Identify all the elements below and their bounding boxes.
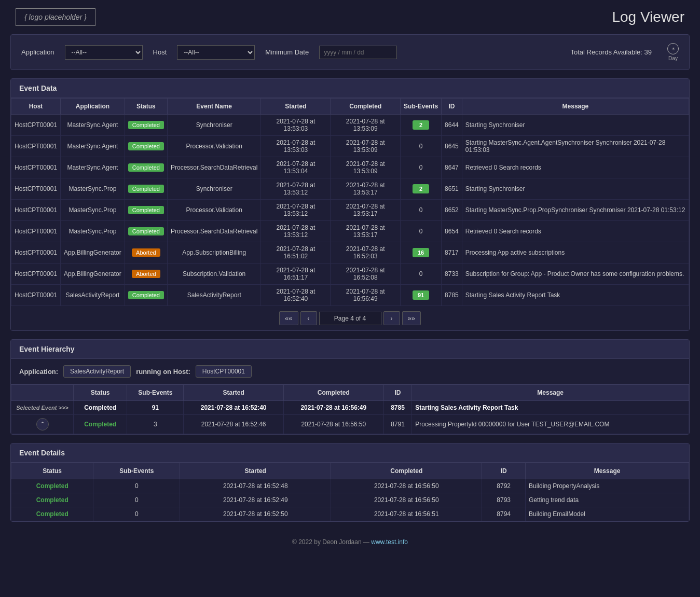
cell-started: 2021-07-28 at 13:53:12 [261, 221, 331, 242]
det-col-message: Message [526, 463, 689, 479]
cell-completed: 2021-07-28 at 13:53:17 [331, 178, 401, 200]
cell-started: 2021-07-28 at 16:51:02 [261, 242, 331, 263]
det-cell-sub-events: 0 [93, 507, 180, 521]
header: { logo placeholder } Log Viewer [0, 0, 700, 34]
cell-started: 2021-07-28 at 13:53:04 [261, 157, 331, 178]
det-cell-completed: 2021-07-28 at 16:56:50 [331, 479, 482, 493]
col-message: Message [462, 99, 689, 115]
cell-status: Completed [125, 136, 167, 157]
footer-link[interactable]: www.test.info [371, 538, 408, 546]
cell-id: 8645 [442, 136, 462, 157]
cell-started: 2021-07-28 at 13:53:03 [261, 115, 331, 136]
child-id: 8791 [383, 415, 412, 434]
next-page-button[interactable]: › [383, 311, 400, 325]
cell-sub-events: 2 [401, 178, 442, 200]
cell-event-name: Synchroniser [167, 115, 260, 136]
hier-col-started: Started [184, 385, 284, 401]
cell-completed: 2021-07-28 at 13:53:17 [331, 221, 401, 242]
col-event-name: Event Name [167, 99, 260, 115]
det-col-id: ID [482, 463, 526, 479]
cell-event-name: Processor.Validation [167, 136, 260, 157]
child-event-row[interactable]: ⌃ Completed 3 2021-07-28 at 16:52:46 202… [11, 415, 689, 434]
pagination: «« ‹ Page 4 of 4 › »» [11, 306, 689, 330]
event-data-table: Host Application Status Event Name Start… [11, 98, 689, 306]
cell-id: 8654 [442, 221, 462, 242]
selected-started: 2021-07-28 at 16:52:40 [184, 401, 284, 415]
col-started: Started [261, 99, 331, 115]
cell-host: HostCPT00001 [11, 178, 61, 200]
cell-event-name: Synchroniser [167, 178, 260, 200]
table-row[interactable]: HostCPT00001 MasterSync.Agent Completed … [11, 157, 689, 178]
det-cell-status: Completed [11, 479, 93, 493]
prev-page-button[interactable]: ‹ [300, 311, 317, 325]
selected-completed: 2021-07-28 at 16:56:49 [283, 401, 383, 415]
cell-sub-events: 0 [401, 221, 442, 242]
cell-host: HostCPT00001 [11, 200, 61, 221]
table-row[interactable]: HostCPT00001 App.BillingGenerator Aborte… [11, 242, 689, 263]
hier-col-label [11, 385, 74, 401]
hier-col-completed: Completed [283, 385, 383, 401]
host-label: Host [153, 48, 167, 56]
last-page-button[interactable]: »» [402, 311, 421, 325]
cell-started: 2021-07-28 at 13:53:03 [261, 136, 331, 157]
collapse-cell[interactable]: ⌃ [11, 415, 74, 434]
cell-completed: 2021-07-28 at 13:53:09 [331, 115, 401, 136]
cell-status: Completed [125, 285, 167, 306]
event-details-table: Status Sub-Events Started Completed ID M… [11, 463, 689, 521]
cell-completed: 2021-07-28 at 13:53:09 [331, 157, 401, 178]
cell-completed: 2021-07-28 at 13:53:17 [331, 200, 401, 221]
cell-host: HostCPT00001 [11, 115, 61, 136]
first-page-button[interactable]: «« [279, 311, 298, 325]
selected-id: 8785 [383, 401, 412, 415]
table-row[interactable]: HostCPT00001 MasterSync.Prop Completed P… [11, 221, 689, 242]
selected-message: Starting Sales Activity Report Task [412, 401, 689, 415]
det-cell-message: Building PropertyAnalysis [526, 479, 689, 493]
table-row[interactable]: HostCPT00001 App.BillingGenerator Aborte… [11, 263, 689, 285]
application-select[interactable]: --All-- [65, 45, 143, 60]
child-message: Processing PropertyId 00000000 for User … [412, 415, 689, 434]
cell-started: 2021-07-28 at 16:51:17 [261, 263, 331, 285]
min-date-input[interactable] [319, 46, 397, 59]
hierarchy-app-value: SalesActivityReport [63, 365, 131, 378]
hier-col-message: Message [412, 385, 689, 401]
cell-completed: 2021-07-28 at 16:52:08 [331, 263, 401, 285]
host-select[interactable]: --All-- [177, 45, 255, 60]
cell-message: Starting MasterSync.Agent.AgentSynchroni… [462, 136, 689, 157]
logo: { logo placeholder } [16, 8, 95, 26]
col-sub-events: Sub-Events [401, 99, 442, 115]
cell-completed: 2021-07-28 at 13:53:09 [331, 136, 401, 157]
table-row[interactable]: HostCPT00001 MasterSync.Prop Completed P… [11, 200, 689, 221]
table-row[interactable]: HostCPT00001 MasterSync.Prop Completed S… [11, 178, 689, 200]
cell-id: 8717 [442, 242, 462, 263]
det-col-status: Status [11, 463, 93, 479]
cell-sub-events: 0 [401, 157, 442, 178]
table-row[interactable]: HostCPT00001 MasterSync.Agent Completed … [11, 136, 689, 157]
det-cell-id: 8793 [482, 493, 526, 507]
hierarchy-app-label: Application: [19, 368, 58, 376]
cell-host: HostCPT00001 [11, 136, 61, 157]
cell-host: HostCPT00001 [11, 221, 61, 242]
table-row[interactable]: HostCPT00001 SalesActivityReport Complet… [11, 285, 689, 306]
cell-event-name: Processor.Validation [167, 200, 260, 221]
day-icon: ☀ Day [667, 43, 679, 61]
cell-event-name: SalesActivityReport [167, 285, 260, 306]
col-status: Status [125, 99, 167, 115]
table-row[interactable]: HostCPT00001 MasterSync.Agent Completed … [11, 115, 689, 136]
event-details-title: Event Details [11, 443, 689, 463]
footer: © 2022 by Deon Jordaan — www.test.info [0, 530, 700, 554]
event-hierarchy-title: Event Hierarchy [11, 340, 689, 359]
cell-status: Completed [125, 157, 167, 178]
event-hierarchy-section: Event Hierarchy Application: SalesActivi… [10, 339, 690, 435]
cell-status: Completed [125, 200, 167, 221]
cell-sub-events: 2 [401, 115, 442, 136]
cell-started: 2021-07-28 at 13:53:12 [261, 200, 331, 221]
cell-message: Retrieved 0 Search records [462, 221, 689, 242]
event-data-title: Event Data [11, 79, 689, 98]
cell-sub-events: 0 [401, 200, 442, 221]
selected-event-row[interactable]: Selected Event >>> Completed 91 2021-07-… [11, 401, 689, 415]
cell-sub-events: 0 [401, 136, 442, 157]
det-col-sub-events: Sub-Events [93, 463, 180, 479]
cell-host: HostCPT00001 [11, 263, 61, 285]
collapse-icon[interactable]: ⌃ [36, 418, 49, 431]
det-col-completed: Completed [331, 463, 482, 479]
